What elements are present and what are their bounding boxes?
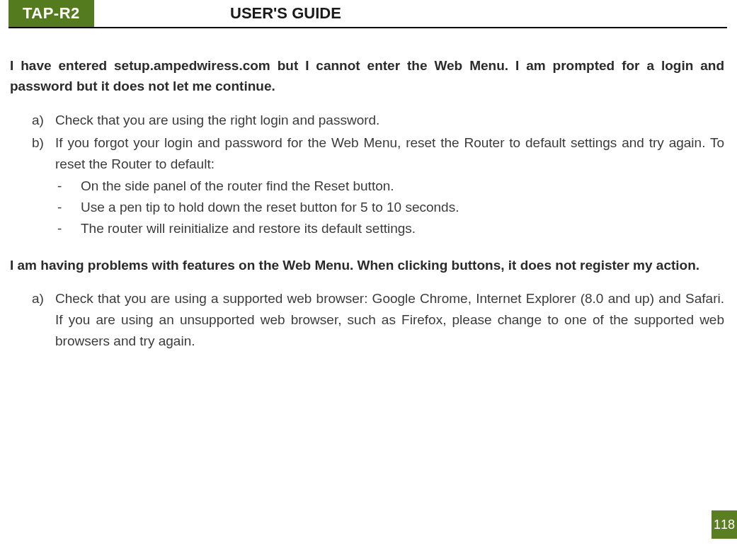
header-divider — [8, 27, 727, 28]
page-content: I have entered setup.ampedwiress.com but… — [0, 30, 737, 352]
list-marker: a) — [32, 110, 44, 131]
sub-list: On the side panel of the router find the… — [55, 176, 724, 239]
guide-title: USER'S GUIDE — [230, 4, 341, 23]
list-item: a) Check that you are using a supported … — [55, 288, 724, 352]
issue-2-list: a) Check that you are using a supported … — [10, 288, 724, 352]
issue-heading-2: I am having problems with features on th… — [10, 255, 724, 275]
list-marker: a) — [32, 288, 44, 309]
page-number: 118 — [712, 510, 737, 539]
issue-heading-1: I have entered setup.ampedwiress.com but… — [10, 55, 724, 97]
document-header: TAP-R2 USER'S GUIDE — [0, 0, 737, 30]
list-item: a) Check that you are using the right lo… — [55, 110, 724, 131]
list-item: b) If you forgot your login and password… — [55, 132, 724, 239]
list-marker: b) — [32, 132, 44, 154]
issue-1-list: a) Check that you are using the right lo… — [10, 110, 724, 239]
sub-list-item: Use a pen tip to hold down the reset but… — [81, 197, 724, 218]
sub-list-item: The router will reinitialize and restore… — [81, 218, 724, 239]
list-text: Check that you are using the right login… — [55, 113, 379, 127]
product-tab: TAP-R2 — [8, 0, 94, 27]
list-text: Check that you are using a supported web… — [55, 291, 724, 348]
sub-list-item: On the side panel of the router find the… — [81, 176, 724, 197]
list-text: If you forgot your login and password fo… — [55, 135, 724, 171]
